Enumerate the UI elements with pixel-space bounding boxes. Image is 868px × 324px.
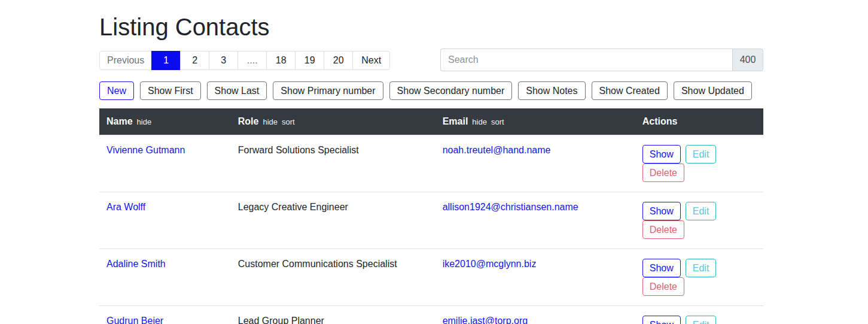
search-input[interactable] <box>440 49 732 71</box>
show-button[interactable]: Show <box>642 316 681 324</box>
sort-role-link[interactable]: sort <box>282 117 295 126</box>
show-created-button[interactable]: Show Created <box>592 81 668 100</box>
edit-button[interactable]: Edit <box>686 259 717 277</box>
table-row: Vivienne Gutmann Forward Solutions Speci… <box>99 135 763 192</box>
toolbar: New Show First Show Last Show Primary nu… <box>99 81 763 100</box>
show-notes-button[interactable]: Show Notes <box>518 81 585 100</box>
contacts-table: Namehide Rolehidesort Emailhidesort Acti… <box>99 108 763 324</box>
show-button[interactable]: Show <box>642 145 681 163</box>
pagination-page-3[interactable]: 3 <box>209 51 238 70</box>
hide-email-link[interactable]: hide <box>472 117 487 126</box>
contact-name-link[interactable]: Ara Wolff <box>106 202 145 212</box>
column-header-email: Email <box>443 116 468 126</box>
column-header-name: Name <box>106 116 133 126</box>
show-secondary-number-button[interactable]: Show Secondary number <box>389 81 513 100</box>
page-title: Listing Contacts <box>99 13 763 41</box>
pagination-page-2[interactable]: 2 <box>180 51 209 70</box>
column-header-role: Role <box>238 116 259 126</box>
hide-name-link[interactable]: hide <box>137 117 152 126</box>
contact-email-link[interactable]: allison1924@christiansen.name <box>443 202 578 212</box>
edit-button[interactable]: Edit <box>686 316 717 324</box>
delete-button[interactable]: Delete <box>642 163 684 182</box>
pagination-previous[interactable]: Previous <box>99 51 152 70</box>
table-row: Gudrun Beier Lead Group Planner emilie.j… <box>99 306 763 324</box>
contact-name-link[interactable]: Gudrun Beier <box>106 316 163 324</box>
show-updated-button[interactable]: Show Updated <box>674 81 752 100</box>
contact-role: Customer Communications Specialist <box>238 259 397 269</box>
pagination-page-20[interactable]: 20 <box>324 51 353 70</box>
pagination-next[interactable]: Next <box>352 51 390 70</box>
edit-button[interactable]: Edit <box>686 202 717 220</box>
hide-role-link[interactable]: hide <box>263 117 278 126</box>
show-first-button[interactable]: Show First <box>140 81 201 100</box>
contact-name-link[interactable]: Vivienne Gutmann <box>106 145 185 155</box>
contacts-table-header: Namehide Rolehidesort Emailhidesort Acti… <box>99 108 763 135</box>
table-row: Ara Wolff Legacy Creative Engineer allis… <box>99 192 763 249</box>
new-button[interactable]: New <box>99 81 134 100</box>
contact-name-link[interactable]: Adaline Smith <box>106 259 166 269</box>
contact-role: Forward Solutions Specialist <box>238 145 359 155</box>
contact-role: Lead Group Planner <box>238 316 324 324</box>
show-button[interactable]: Show <box>642 259 681 277</box>
show-primary-number-button[interactable]: Show Primary number <box>273 81 383 100</box>
contact-email-link[interactable]: ike2010@mcglynn.biz <box>443 259 537 269</box>
sort-email-link[interactable]: sort <box>491 117 504 126</box>
column-header-actions: Actions <box>642 116 678 126</box>
delete-button[interactable]: Delete <box>642 220 684 239</box>
contact-email-link[interactable]: noah.treutel@hand.name <box>443 145 551 155</box>
pagination-page-18[interactable]: 18 <box>266 51 296 70</box>
delete-button[interactable]: Delete <box>642 277 684 296</box>
contact-role: Legacy Creative Engineer <box>238 202 348 212</box>
pagination: Previous 1 2 3 .... 18 19 20 Next <box>99 51 390 70</box>
edit-button[interactable]: Edit <box>686 145 717 163</box>
pagination-gap: .... <box>237 51 267 70</box>
search-count-badge: 400 <box>732 49 763 71</box>
show-button[interactable]: Show <box>642 202 681 220</box>
search-group: 400 <box>440 49 763 71</box>
main-container: Listing Contacts Previous 1 2 3 .... 18 … <box>99 0 763 324</box>
contact-email-link[interactable]: emilie.jast@torp.org <box>443 316 528 324</box>
pagination-search-row: Previous 1 2 3 .... 18 19 20 Next 400 <box>99 49 763 71</box>
pagination-page-19[interactable]: 19 <box>295 51 324 70</box>
pagination-page-1[interactable]: 1 <box>151 51 181 70</box>
table-row: Adaline Smith Customer Communications Sp… <box>99 249 763 306</box>
show-last-button[interactable]: Show Last <box>207 81 267 100</box>
